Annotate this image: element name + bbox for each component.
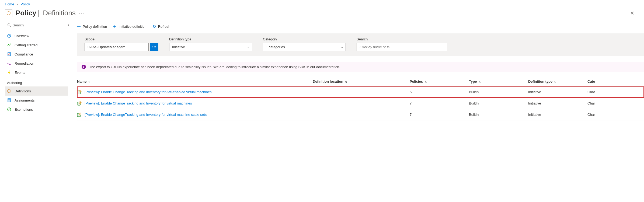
policy-icon [5, 9, 12, 17]
sidebar-item-getting-started[interactable]: Getting started [5, 40, 68, 50]
col-name[interactable]: Name↑↓ [77, 79, 313, 83]
toolbar: Policy definition Initiative definition … [77, 21, 644, 32]
page-header: Policy | Definitions ··· ✕ [0, 8, 644, 21]
definitions-table: Name↑↓ Definition location↑↓ Policies↑↓ … [77, 79, 644, 120]
chevron-down-icon: ⌵ [341, 46, 343, 48]
breadcrumb-home[interactable]: Home [5, 2, 14, 6]
definition-link[interactable]: [Preview]: Enable ChangeTracking and Inv… [85, 113, 207, 117]
cell-policies: 7 [410, 113, 469, 117]
svg-marker-0 [7, 11, 10, 15]
definition-link[interactable]: [Preview]: Enable ChangeTracking and Inv… [85, 90, 211, 94]
table-header: Name↑↓ Definition location↑↓ Policies↑↓ … [77, 79, 644, 86]
sidebar-item-label: Definitions [15, 89, 31, 93]
cell-category: Char [587, 101, 609, 105]
initiative-icon [77, 101, 82, 106]
search-input[interactable] [360, 45, 444, 49]
events-icon [7, 70, 11, 75]
getting-started-icon [7, 43, 11, 47]
svg-point-4 [9, 35, 10, 36]
svg-point-1 [8, 24, 10, 26]
sort-icon: ↑↓ [424, 80, 426, 83]
search-field[interactable] [357, 43, 447, 51]
plus-icon [113, 25, 117, 28]
cell-type: BuiltIn [469, 101, 528, 105]
sidebar-search[interactable] [5, 21, 65, 29]
compliance-icon [7, 52, 11, 56]
col-type[interactable]: Type↑↓ [469, 79, 528, 83]
cell-definition-type: Initiative [528, 90, 587, 94]
sidebar-item-label: Overview [15, 34, 29, 38]
sidebar-item-assignments[interactable]: Assignments [5, 96, 68, 105]
breadcrumb-separator: › [17, 2, 18, 6]
overview-icon [7, 34, 11, 38]
chevron-down-icon: ⌵ [248, 46, 249, 48]
sidebar-search-input[interactable] [13, 23, 63, 27]
category-select[interactable]: 1 categories ⌵ [263, 43, 346, 51]
sidebar-item-label: Compliance [15, 52, 33, 56]
sidebar-item-compliance[interactable]: Compliance [5, 50, 68, 59]
cell-definition-type: Initiative [528, 101, 587, 105]
sidebar-item-events[interactable]: Events [5, 68, 68, 77]
svg-line-12 [8, 108, 10, 110]
sort-icon: ↑↓ [345, 80, 347, 83]
sidebar-item-remediation[interactable]: Remediation [5, 59, 68, 68]
page-title-light: Definitions [43, 9, 75, 17]
cell-type: BuiltIn [469, 113, 528, 117]
toolbar-label: Policy definition [83, 25, 107, 29]
definition-type-value: Initiative [172, 45, 185, 49]
refresh-button[interactable]: Refresh [152, 25, 170, 29]
close-button[interactable]: ✕ [628, 9, 636, 17]
toolbar-label: Initiative definition [119, 25, 146, 29]
definition-type-label: Definition type [169, 37, 252, 41]
svg-line-2 [10, 26, 11, 27]
table-row[interactable]: [Preview]: Enable ChangeTracking and Inv… [77, 98, 644, 109]
more-actions-button[interactable]: ··· [79, 10, 85, 16]
scope-picker-button[interactable]: ••• [150, 43, 158, 51]
sidebar-item-label: Exemptions [15, 107, 33, 112]
col-policies[interactable]: Policies↑↓ [410, 79, 469, 83]
svg-marker-6 [8, 89, 11, 93]
refresh-icon [152, 25, 156, 28]
sidebar-item-exemptions[interactable]: Exemptions [5, 105, 68, 114]
cell-category: Char [587, 113, 609, 117]
sort-icon: ↑↓ [88, 80, 90, 83]
definition-link[interactable]: [Preview]: Enable ChangeTracking and Inv… [85, 101, 192, 105]
breadcrumb-policy[interactable]: Policy [20, 2, 30, 6]
table-row[interactable]: [Preview]: Enable ChangeTracking and Inv… [77, 86, 644, 98]
exemptions-icon [7, 107, 11, 112]
sidebar-item-definitions[interactable]: Definitions [5, 86, 68, 96]
breadcrumb: Home › Policy [0, 0, 644, 8]
cell-type: BuiltIn [469, 90, 528, 94]
assignments-icon [7, 98, 11, 102]
sidebar: ‹‹ Overview Getting started Compliance R… [0, 21, 69, 114]
plus-icon [77, 25, 81, 28]
scope-input[interactable]: OAAS-UpdateManagem... [85, 43, 149, 51]
initiative-icon [77, 113, 82, 117]
definition-type-select[interactable]: Initiative ⌵ [169, 43, 252, 51]
main-content: Policy definition Initiative definition … [69, 21, 644, 120]
ellipsis-icon: ••• [152, 45, 156, 48]
category-value: 1 categories [266, 45, 285, 49]
definitions-icon [7, 89, 11, 93]
table-row[interactable]: [Preview]: Enable ChangeTracking and Inv… [77, 109, 644, 120]
filter-bar: Scope OAAS-UpdateManagem... ••• Definiti… [77, 33, 644, 56]
page-title-strong: Policy [16, 9, 36, 17]
cell-policies: 7 [410, 101, 469, 105]
search-icon [7, 23, 11, 27]
col-category[interactable]: Cate [587, 79, 609, 83]
sort-icon: ↑↓ [478, 80, 480, 83]
col-definition-location[interactable]: Definition location↑↓ [313, 79, 410, 83]
cell-policies: 6 [410, 90, 469, 94]
cell-category: Char [587, 90, 609, 94]
svg-point-19 [80, 91, 81, 92]
svg-point-22 [80, 102, 81, 103]
toolbar-label: Refresh [158, 25, 170, 29]
initiative-icon [77, 90, 82, 94]
category-label: Category [263, 37, 346, 41]
new-policy-definition-button[interactable]: Policy definition [77, 25, 107, 29]
search-label: Search [357, 37, 447, 41]
sidebar-item-overview[interactable]: Overview [5, 31, 68, 40]
col-definition-type[interactable]: Definition type↑↓ [528, 79, 587, 83]
sidebar-item-label: Getting started [15, 43, 37, 47]
new-initiative-definition-button[interactable]: Initiative definition [113, 25, 146, 29]
